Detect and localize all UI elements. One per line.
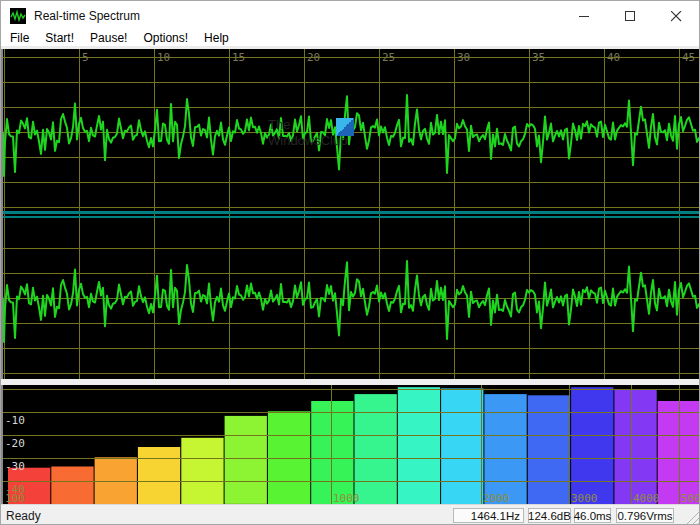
spectrum-bar: [571, 387, 613, 504]
spectrum-bar: [181, 438, 223, 504]
spectrum-bar: [95, 457, 137, 504]
svg-text:2000: 2000: [483, 492, 510, 504]
spectrum-bar: [528, 395, 570, 504]
window-title: Real-time Spectrum: [34, 9, 140, 23]
svg-text:40: 40: [607, 51, 620, 64]
spectrum-bar: [441, 388, 483, 504]
svg-text:-30: -30: [5, 460, 25, 473]
spectrum-bar: [355, 394, 397, 504]
spectrum-bar: [268, 411, 310, 504]
resize-grip-icon[interactable]: [685, 510, 699, 524]
svg-text:3000: 3000: [571, 492, 598, 504]
spectrum-bar: [225, 416, 267, 504]
waveform-scope-panel: 51015202530354045: [1, 49, 700, 379]
menu-file[interactable]: File: [2, 31, 37, 46]
status-time-ms: 46.0ms: [574, 508, 611, 523]
svg-text:1000: 1000: [333, 492, 360, 504]
close-button[interactable]: [653, 1, 699, 31]
svg-text:100: 100: [5, 492, 25, 504]
spectrum-bar: [138, 447, 180, 504]
svg-text:-20: -20: [5, 437, 25, 450]
spectrum-bar: [311, 401, 353, 504]
status-bar: Ready 1464.1Hz 124.6dB 46.0ms 0.796Vrms: [1, 504, 700, 525]
menu-pause[interactable]: Pause!: [82, 31, 135, 46]
svg-text:5: 5: [82, 51, 89, 64]
svg-text:35: 35: [532, 51, 545, 64]
svg-text:20: 20: [307, 51, 320, 64]
app-icon: [10, 8, 26, 24]
menu-bar: File Start! Pause! Options! Help: [1, 31, 699, 46]
svg-text:25: 25: [382, 51, 395, 64]
status-vrms: 0.796Vrms: [616, 508, 674, 523]
status-level-db: 124.6dB: [528, 508, 571, 523]
status-text: Ready: [6, 509, 41, 523]
title-bar: Real-time Spectrum: [1, 1, 699, 31]
minimize-button[interactable]: [561, 1, 607, 31]
svg-text:5000: 5000: [681, 492, 700, 504]
spectrum-bar: [398, 387, 440, 504]
spectrum-bar: [484, 394, 526, 504]
spectrum-bar: [51, 467, 93, 505]
svg-text:-10: -10: [5, 414, 25, 427]
maximize-button[interactable]: [607, 1, 653, 31]
menu-help[interactable]: Help: [196, 31, 237, 46]
svg-text:10: 10: [157, 51, 170, 64]
svg-text:30: 30: [457, 51, 470, 64]
svg-text:15: 15: [232, 51, 245, 64]
marker-lines: [1, 211, 700, 218]
spectrum-bar: [614, 390, 656, 505]
menu-options[interactable]: Options!: [135, 31, 196, 46]
app-window: Real-time Spectrum File Start! Pause! Op…: [0, 0, 700, 525]
spectrum-panel: -10-20-30-4010010002000300040005000: [1, 385, 700, 504]
status-frequency: 1464.1Hz: [453, 508, 524, 523]
svg-text:45: 45: [682, 51, 695, 64]
svg-text:4000: 4000: [633, 492, 660, 504]
scope-left-edge: [1, 49, 3, 379]
menu-start[interactable]: Start!: [37, 31, 82, 46]
spectrum-db-labels: -10-20-30-40: [5, 414, 25, 496]
spectrum-left-edge: [1, 385, 3, 504]
spectrum-bars: [8, 387, 700, 504]
